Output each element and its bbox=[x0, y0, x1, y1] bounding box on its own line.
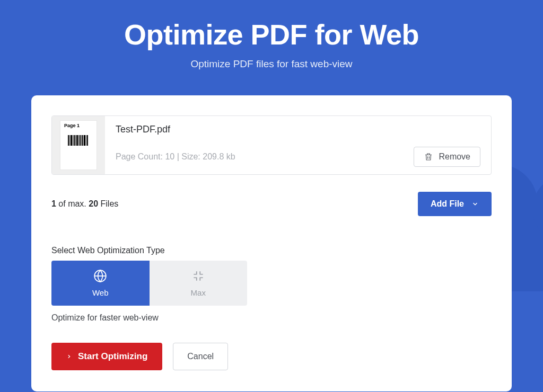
globe-icon bbox=[93, 269, 107, 283]
page-subtitle: Optimize PDF files for fast web-view bbox=[0, 58, 543, 70]
file-info: Test-PDF.pdf Page Count: 10 | Size: 209.… bbox=[105, 115, 491, 175]
remove-file-button[interactable]: Remove bbox=[414, 147, 480, 167]
toggle-max[interactable]: Max bbox=[150, 261, 248, 306]
start-optimizing-button[interactable]: Start Optimizing bbox=[51, 343, 162, 370]
page-title: Optimize PDF for Web bbox=[0, 18, 543, 51]
file-row: Page 1 Test-PDF.pdf Page Count: 10 | Siz… bbox=[51, 115, 492, 175]
toggle-web[interactable]: Web bbox=[51, 261, 150, 306]
main-card: Page 1 Test-PDF.pdf Page Count: 10 | Siz… bbox=[31, 95, 512, 391]
toggle-web-label: Web bbox=[92, 288, 109, 297]
compress-icon bbox=[191, 269, 205, 283]
cancel-button[interactable]: Cancel bbox=[173, 343, 228, 370]
cancel-button-label: Cancel bbox=[187, 352, 214, 361]
trash-icon bbox=[424, 152, 433, 162]
optimization-type-toggle: Web Max bbox=[51, 261, 247, 306]
add-file-label: Add File bbox=[431, 199, 464, 209]
optimization-hint: Optimize for faster web-view bbox=[51, 313, 492, 323]
chevron-right-icon bbox=[66, 353, 72, 360]
remove-button-label: Remove bbox=[439, 152, 470, 162]
file-meta: Page Count: 10 | Size: 209.8 kb bbox=[116, 152, 235, 162]
start-button-label: Start Optimizing bbox=[78, 351, 147, 362]
toggle-max-label: Max bbox=[191, 288, 206, 297]
chevron-down-icon bbox=[471, 200, 479, 208]
file-counter: 1 of max. 20 Files bbox=[51, 199, 118, 209]
file-name: Test-PDF.pdf bbox=[116, 124, 480, 135]
file-thumbnail-area: Page 1 bbox=[52, 116, 105, 174]
barcode-icon bbox=[68, 135, 89, 146]
add-file-button[interactable]: Add File bbox=[418, 192, 492, 216]
optimization-type-label: Select Web Optimization Type bbox=[51, 246, 492, 255]
file-thumbnail: Page 1 bbox=[60, 120, 97, 170]
thumbnail-page-label: Page 1 bbox=[64, 123, 80, 128]
